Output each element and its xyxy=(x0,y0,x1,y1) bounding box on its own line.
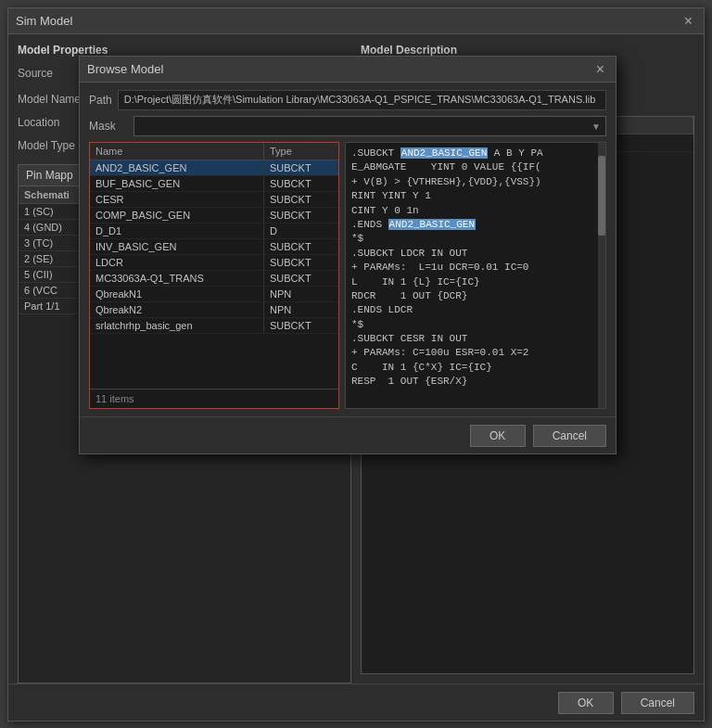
list-col-type-header: Type xyxy=(264,143,338,160)
list-item-name: QbreakN2 xyxy=(90,302,264,317)
list-item-type: D xyxy=(264,224,338,238)
sim-model-close-button[interactable]: × xyxy=(680,13,696,30)
path-label: Path xyxy=(89,94,112,107)
list-col-name-header: Name xyxy=(90,143,264,160)
mask-row: Mask ▼ xyxy=(89,116,606,136)
code-content: .SUBCKT AND2_BASIC_GEN A B Y PA E_ABMGAT… xyxy=(346,143,605,393)
list-item-name: LDCR xyxy=(90,255,264,270)
list-item-name: BUF_BASIC_GEN xyxy=(90,176,264,191)
browse-model-close-button[interactable]: × xyxy=(592,61,608,78)
list-item-type: SUBCKT xyxy=(264,192,338,207)
list-count: 11 items xyxy=(90,389,338,408)
list-item-type: SUBCKT xyxy=(264,176,338,191)
list-item-type: SUBCKT xyxy=(264,255,338,270)
browse-cancel-button[interactable]: Cancel xyxy=(533,425,606,447)
browse-ok-button[interactable]: OK xyxy=(470,425,526,447)
list-item[interactable]: BUF_BASIC_GENSUBCKT xyxy=(90,176,338,192)
list-item[interactable]: LDCRSUBCKT xyxy=(90,255,338,271)
list-item-name: D_D1 xyxy=(90,224,264,238)
list-item[interactable]: QbreakN1NPN xyxy=(90,287,338,302)
list-item-name: CESR xyxy=(90,192,264,207)
browse-model-title: Browse Model xyxy=(87,62,163,76)
browse-model-dialog: Browse Model × Path D:\Project\圆图仿真软件\Si… xyxy=(79,56,617,454)
code-scrollbar[interactable] xyxy=(598,143,605,408)
list-item-name: MC33063A-Q1_TRANS xyxy=(90,271,264,286)
list-item[interactable]: INV_BASIC_GENSUBCKT xyxy=(90,239,338,255)
mask-label: Mask xyxy=(89,120,128,133)
path-row: Path D:\Project\圆图仿真软件\Simulation Librar… xyxy=(89,90,606,110)
list-item-type: NPN xyxy=(264,302,338,317)
list-item-name: COMP_BASIC_GEN xyxy=(90,208,264,223)
list-item-name: AND2_BASIC_GEN xyxy=(90,160,264,175)
list-item-name: QbreakN1 xyxy=(90,287,264,301)
list-item[interactable]: D_D1D xyxy=(90,224,338,239)
browse-body: Path D:\Project\圆图仿真软件\Simulation Librar… xyxy=(80,83,616,416)
list-item-type: SUBCKT xyxy=(264,318,338,333)
list-header: Name Type xyxy=(90,143,338,160)
list-item-type: SUBCKT xyxy=(264,160,338,175)
items-list-panel: Name Type AND2_BASIC_GENSUBCKTBUF_BASIC_… xyxy=(89,142,339,409)
list-item-type: SUBCKT xyxy=(264,239,338,254)
list-item-name: srlatchrhp_basic_gen xyxy=(90,318,264,333)
sim-model-footer: OK Cancel xyxy=(8,683,704,721)
browse-content: Name Type AND2_BASIC_GENSUBCKTBUF_BASIC_… xyxy=(89,142,606,409)
browse-model-titlebar: Browse Model × xyxy=(80,57,616,83)
list-body[interactable]: AND2_BASIC_GENSUBCKTBUF_BASIC_GENSUBCKTC… xyxy=(90,160,338,389)
list-item-type: SUBCKT xyxy=(264,208,338,223)
browse-footer: OK Cancel xyxy=(80,416,616,453)
list-item-name: INV_BASIC_GEN xyxy=(90,239,264,254)
list-item-type: NPN xyxy=(264,287,338,301)
list-item[interactable]: AND2_BASIC_GENSUBCKT xyxy=(90,160,338,176)
model-desc-title: Model Description xyxy=(361,44,694,57)
code-panel: .SUBCKT AND2_BASIC_GEN A B Y PA E_ABMGAT… xyxy=(345,142,606,409)
list-item[interactable]: COMP_BASIC_GENSUBCKT xyxy=(90,208,338,224)
sim-model-title: Sim Model xyxy=(16,14,72,28)
list-item[interactable]: QbreakN2NPN xyxy=(90,302,338,318)
list-item[interactable]: srlatchrhp_basic_genSUBCKT xyxy=(90,318,338,334)
mask-input-wrap: ▼ xyxy=(134,116,606,136)
list-item[interactable]: CESRSUBCKT xyxy=(90,192,338,208)
sim-model-ok-button[interactable]: OK xyxy=(558,692,614,714)
list-item[interactable]: MC33063A-Q1_TRANSSUBCKT xyxy=(90,271,338,287)
mask-input[interactable] xyxy=(134,116,606,136)
code-highlight: AND2_BASIC_GEN xyxy=(388,219,476,230)
model-properties-title: Model Properties xyxy=(18,44,351,57)
sim-model-titlebar: Sim Model × xyxy=(8,8,704,34)
list-item-type: SUBCKT xyxy=(264,271,338,286)
code-scrollbar-thumb xyxy=(598,156,605,236)
sim-model-cancel-button[interactable]: Cancel xyxy=(621,692,694,714)
path-value: D:\Project\圆图仿真软件\Simulation Library\MC3… xyxy=(118,90,606,110)
code-highlight: AND2_BASIC_GEN xyxy=(400,147,488,159)
